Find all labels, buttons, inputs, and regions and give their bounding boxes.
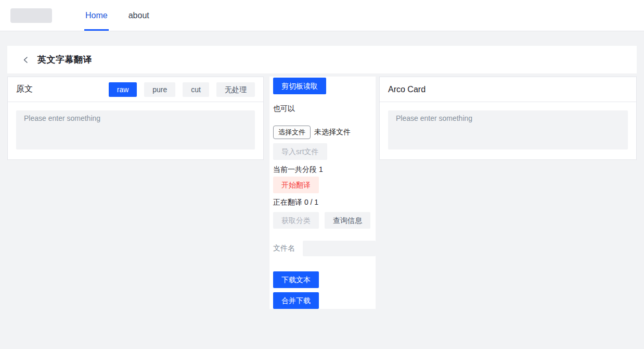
file-input-row: 选择文件 未选择文件 xyxy=(273,126,376,139)
page-title: 英文字幕翻译 xyxy=(37,54,92,66)
main-nav: Home about xyxy=(84,0,169,31)
translate-progress-text: 正在翻译 0 / 1 xyxy=(273,196,376,208)
file-status-text: 未选择文件 xyxy=(314,128,351,137)
mode-button-raw[interactable]: raw xyxy=(109,82,137,97)
chevron-left-icon xyxy=(22,56,30,64)
result-card-body xyxy=(380,102,636,159)
page-content: 英文字幕翻译 原文 raw pure cut 无处理 剪切板读取 也可以 xyxy=(7,46,637,309)
source-card-title: 原文 xyxy=(16,84,33,95)
source-card-body xyxy=(8,102,263,159)
start-translate-button[interactable]: 开始翻译 xyxy=(273,177,319,193)
main-row: 原文 raw pure cut 无处理 剪切板读取 也可以 选择文件 未选择文件… xyxy=(7,77,637,309)
result-textarea[interactable] xyxy=(388,110,628,149)
source-textarea[interactable] xyxy=(16,110,255,149)
also-can-text: 也可以 xyxy=(273,103,376,114)
nav-item-home[interactable]: Home xyxy=(84,0,109,31)
import-srt-button[interactable]: 导入srt文件 xyxy=(273,143,327,160)
filename-label: 文件名 xyxy=(273,244,303,253)
choose-file-button[interactable]: 选择文件 xyxy=(273,126,311,139)
merge-download-wrap: 合并下载 xyxy=(269,292,376,309)
back-button[interactable] xyxy=(21,55,31,65)
result-card-header: Arco Card xyxy=(380,77,636,102)
page-title-bar: 英文字幕翻译 xyxy=(7,46,637,73)
mode-button-no-process[interactable]: 无处理 xyxy=(216,82,255,97)
clipboard-read-button[interactable]: 剪切板读取 xyxy=(273,78,326,94)
get-category-button[interactable]: 获取分类 xyxy=(273,212,319,229)
mode-button-group: raw pure cut 无处理 xyxy=(109,82,255,97)
top-navbar: Home about xyxy=(0,0,644,31)
source-card: 原文 raw pure cut 无处理 xyxy=(7,77,264,160)
source-card-header: 原文 raw pure cut 无处理 xyxy=(8,77,263,102)
download-text-button[interactable]: 下载文本 xyxy=(273,271,319,288)
mode-button-pure[interactable]: pure xyxy=(144,82,175,97)
mode-button-cut[interactable]: cut xyxy=(183,82,209,97)
nav-item-about[interactable]: about xyxy=(127,0,150,31)
result-card-title: Arco Card xyxy=(388,85,426,94)
filename-input[interactable] xyxy=(303,241,376,256)
logo-placeholder xyxy=(10,8,52,23)
merge-download-button[interactable]: 合并下载 xyxy=(273,292,319,309)
result-card: Arco Card xyxy=(379,77,637,160)
query-info-button[interactable]: 查询信息 xyxy=(325,212,370,229)
segment-count-text: 当前一共分段 1 xyxy=(273,164,376,175)
filename-row: 文件名 xyxy=(269,241,376,256)
controls-column: 剪切板读取 也可以 选择文件 未选择文件 导入srt文件 当前一共分段 1 开始… xyxy=(269,77,376,309)
